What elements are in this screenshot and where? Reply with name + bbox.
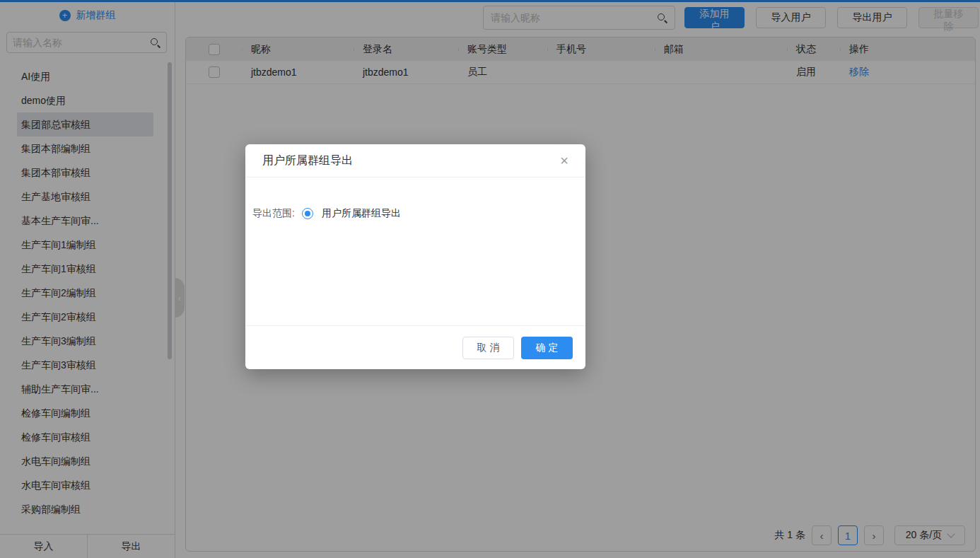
modal-title: 用户所属群组导出 xyxy=(262,153,353,168)
export-scope-radio[interactable] xyxy=(302,208,313,219)
close-icon[interactable]: × xyxy=(560,153,568,168)
modal-body: 导出范围: 用户所属群组导出 xyxy=(245,178,585,220)
modal-footer: 取 消 确 定 xyxy=(245,325,585,369)
export-scope-radio-label: 用户所属群组导出 xyxy=(322,207,401,220)
modal-header: 用户所属群组导出 × xyxy=(245,144,585,178)
confirm-button[interactable]: 确 定 xyxy=(521,337,573,359)
export-scope-label: 导出范围: xyxy=(252,207,295,220)
cancel-button[interactable]: 取 消 xyxy=(462,337,514,359)
export-scope-modal: 用户所属群组导出 × 导出范围: 用户所属群组导出 取 消 确 定 xyxy=(245,144,585,369)
